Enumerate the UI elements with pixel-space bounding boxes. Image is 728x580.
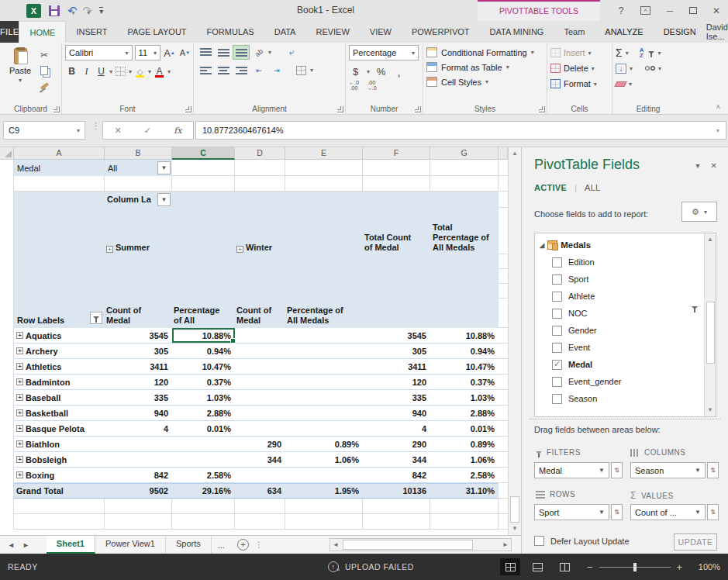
- value-cell[interactable]: [235, 344, 285, 358]
- row-labels-filter-icon[interactable]: [90, 312, 102, 324]
- value-cell[interactable]: 305: [105, 344, 172, 358]
- copy-icon[interactable]: [37, 64, 51, 77]
- field-checkbox[interactable]: [552, 309, 562, 319]
- styles-dialog-launcher-icon[interactable]: [539, 106, 545, 112]
- value-cell[interactable]: 10.47%: [430, 359, 499, 374]
- value-cell[interactable]: 10136: [363, 484, 430, 498]
- value-cell[interactable]: [235, 468, 285, 482]
- expand-formula-bar-icon[interactable]: ▾: [716, 127, 719, 134]
- value-cell[interactable]: 3411: [105, 359, 172, 374]
- grid-body[interactable]: Medal All ▼ Column La ▼ + Summer + Winte…: [0, 160, 508, 535]
- horizontal-scroll-thumb[interactable]: [343, 540, 473, 550]
- value-cell[interactable]: [285, 390, 363, 405]
- align-top-icon[interactable]: [197, 45, 214, 60]
- value-cell[interactable]: 2.88%: [430, 406, 499, 420]
- font-name-select[interactable]: Calibri▾: [65, 45, 133, 60]
- field-list-scroll-down-icon[interactable]: ▼: [705, 404, 716, 416]
- winter-group-header[interactable]: + Winter: [236, 243, 272, 253]
- font-dialog-launcher-icon[interactable]: [185, 106, 191, 112]
- redo-button[interactable]: ↷▾: [83, 5, 91, 16]
- field-item-athlete[interactable]: Athlete: [540, 288, 702, 305]
- value-cell[interactable]: [285, 421, 363, 436]
- close-icon[interactable]: ✕: [709, 5, 723, 16]
- value-cell[interactable]: 31.10%: [430, 484, 499, 498]
- scroll-down-icon[interactable]: ▼: [509, 523, 521, 535]
- field-filter-funnel-icon[interactable]: [692, 309, 698, 319]
- row-label-cell[interactable]: +Basque Pelota: [14, 421, 105, 436]
- user-name[interactable]: David Ise...: [706, 22, 728, 41]
- merge-center-icon[interactable]: [292, 63, 309, 78]
- formula-bar-divider[interactable]: ⋮: [91, 124, 100, 128]
- value-cell[interactable]: 4: [363, 421, 430, 436]
- formula-input[interactable]: 10.8772360467614%▾: [195, 121, 726, 140]
- value-cell[interactable]: 0.94%: [172, 344, 235, 358]
- fill-dropdown-icon[interactable]: ▾: [630, 65, 633, 72]
- field-checkbox[interactable]: [552, 257, 562, 268]
- tab-formulas[interactable]: FORMULAS: [197, 21, 264, 43]
- value-cell[interactable]: 3545: [105, 328, 172, 343]
- field-table-medals[interactable]: ◢Medals: [540, 236, 702, 254]
- expand-row-icon[interactable]: +: [16, 363, 23, 370]
- field-item-event_gender[interactable]: Event_gender: [540, 373, 702, 390]
- values-field-chip[interactable]: Count of ...▼: [630, 504, 706, 520]
- value-cell[interactable]: 0.37%: [430, 375, 499, 389]
- value-cell[interactable]: 842: [105, 468, 172, 482]
- find-select-dropdown-icon[interactable]: ▾: [658, 65, 661, 72]
- borders-icon[interactable]: [114, 64, 127, 78]
- maximize-icon[interactable]: [689, 7, 697, 14]
- scroll-right-icon[interactable]: ►: [500, 541, 511, 548]
- number-dialog-launcher-icon[interactable]: [415, 106, 421, 112]
- tab-team[interactable]: Team: [554, 21, 595, 43]
- row-label-cell[interactable]: +Biathlon: [14, 437, 105, 451]
- columns-field-chip[interactable]: Season▼: [630, 462, 706, 478]
- bold-button[interactable]: B: [65, 64, 78, 78]
- value-cell[interactable]: 1.03%: [430, 390, 499, 405]
- increase-font-icon[interactable]: A▲: [163, 46, 176, 60]
- align-center-icon[interactable]: [215, 63, 232, 78]
- expand-row-icon[interactable]: +: [16, 394, 23, 401]
- currency-icon[interactable]: $: [349, 64, 362, 78]
- cell-b3-column-labels[interactable]: Column La ▼: [105, 192, 172, 208]
- row-label-cell[interactable]: +Archery: [14, 344, 105, 358]
- sheet-tab-sports[interactable]: Sports: [166, 536, 212, 554]
- expand-row-icon[interactable]: +: [16, 440, 23, 447]
- decrease-decimal-icon[interactable]: .00→.0: [367, 80, 377, 91]
- cell-styles-button[interactable]: Cell Styles ▾: [426, 74, 545, 89]
- pane-close-icon[interactable]: ✕: [711, 161, 717, 170]
- value-cell[interactable]: 0.89%: [285, 437, 363, 451]
- field-list-scrollbar[interactable]: ▲ ▼: [704, 233, 716, 416]
- expand-row-icon[interactable]: +: [16, 471, 23, 478]
- sheet-nav-left-icon[interactable]: ◄: [0, 541, 22, 549]
- tab-home[interactable]: HOME: [19, 21, 66, 43]
- row-label-cell[interactable]: +Badminton: [14, 375, 105, 389]
- field-item-gender[interactable]: Gender: [540, 322, 702, 339]
- column-header-c[interactable]: C: [172, 147, 235, 160]
- collapse-ribbon-icon[interactable]: ˄: [716, 103, 720, 111]
- field-item-noc[interactable]: NOC: [540, 305, 702, 322]
- orientation-dropdown-icon[interactable]: ▾: [268, 49, 271, 56]
- field-item-event[interactable]: Event: [540, 339, 702, 356]
- value-cell[interactable]: [235, 359, 285, 374]
- scroll-up-icon[interactable]: ▲: [509, 147, 521, 160]
- orientation-icon[interactable]: ab: [250, 45, 267, 60]
- currency-dropdown-icon[interactable]: ▾: [367, 68, 370, 75]
- value-cell[interactable]: [285, 468, 363, 482]
- zoom-in-icon[interactable]: +: [677, 561, 683, 573]
- tab-powerpivot[interactable]: POWERPIVOT: [402, 21, 480, 43]
- filters-spin-icon[interactable]: ⇅: [611, 462, 623, 478]
- value-cell[interactable]: 120: [105, 375, 172, 389]
- value-cell[interactable]: 1.95%: [285, 484, 363, 498]
- value-cell[interactable]: [235, 375, 285, 389]
- delete-cells-button[interactable]: Delete ▾: [550, 60, 610, 76]
- tab-page-layout[interactable]: PAGE LAYOUT: [118, 21, 197, 43]
- italic-button[interactable]: I: [80, 64, 93, 78]
- value-cell[interactable]: 2.58%: [172, 468, 235, 482]
- value-cell[interactable]: 344: [363, 452, 430, 467]
- expand-row-icon[interactable]: +: [16, 378, 23, 385]
- tab-active[interactable]: ACTIVE: [534, 183, 567, 192]
- minimize-icon[interactable]: ─: [663, 5, 677, 16]
- collapse-table-icon[interactable]: ◢: [540, 242, 544, 249]
- value-cell[interactable]: 2.58%: [430, 468, 499, 482]
- value-cell[interactable]: [285, 406, 363, 420]
- value-cell[interactable]: 1.06%: [430, 452, 499, 467]
